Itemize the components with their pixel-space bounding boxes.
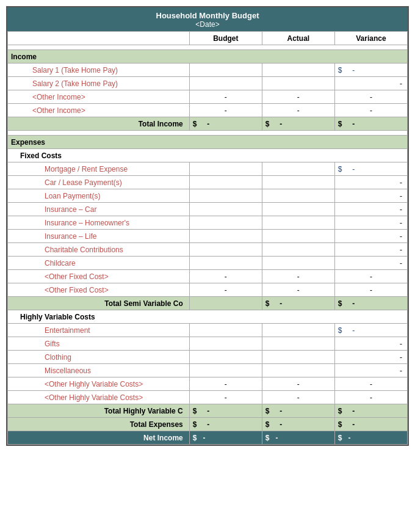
salary2-label: Salary 2 (Take Home Pay): [8, 77, 190, 90]
other-income1-actual[interactable]: -: [262, 90, 334, 104]
other-fixed2-budget[interactable]: -: [189, 283, 262, 297]
table-row: <Other Income> - - -: [8, 90, 408, 104]
net-income-label: Net Income: [8, 431, 190, 445]
other-var1-budget[interactable]: -: [189, 377, 262, 391]
col-header-actual: Actual: [262, 32, 334, 45]
net-income-row: Net Income $ - $ - $ -: [8, 431, 408, 445]
clothing-label: Clothing: [8, 351, 190, 364]
salary2-variance[interactable]: -: [334, 77, 407, 90]
total-income-label: Total Income: [8, 117, 190, 131]
other-fixed1-budget[interactable]: -: [189, 270, 262, 283]
insurance-home-label: Insurance – Homeowner's: [8, 216, 190, 230]
spreadsheet-title: Household Monthly Budget: [7, 11, 408, 20]
spreadsheet-container: Household Monthly Budget <Date> Budget A…: [6, 6, 409, 446]
other-var2-variance[interactable]: -: [334, 391, 407, 404]
car-variance[interactable]: -: [334, 176, 407, 189]
total-var-variance: $ -: [334, 404, 407, 418]
clothing-variance[interactable]: -: [334, 351, 407, 364]
childcare-label: Childcare: [8, 257, 190, 270]
other-income2-label: <Other Income>: [8, 104, 190, 117]
total-income-actual: $ -: [262, 117, 334, 131]
insurance-car-variance[interactable]: -: [334, 203, 407, 216]
col-header-budget: Budget: [189, 32, 262, 45]
net-income-budget: $ -: [189, 431, 262, 445]
misc-label: Miscellaneous: [8, 364, 190, 377]
other-var2-actual[interactable]: -: [262, 391, 334, 404]
loan-variance[interactable]: -: [334, 189, 407, 203]
car-label: Car / Lease Payment(s): [8, 176, 190, 189]
other-fixed1-actual[interactable]: -: [262, 270, 334, 283]
other-fixed1-label: <Other Fixed Cost>: [8, 270, 190, 283]
salary1-variance[interactable]: $ -: [334, 64, 407, 77]
charitable-label: Charitable Contributions: [8, 243, 190, 257]
other-fixed1-variance[interactable]: -: [334, 270, 407, 283]
total-income-variance: $ -: [334, 117, 407, 131]
total-expenses-actual: $ -: [262, 418, 334, 431]
other-var2-label: <Other Highly Variable Costs>: [8, 391, 190, 404]
total-var-budget: $ -: [189, 404, 262, 418]
total-semi-variable-row: Total Semi Variable Co $ - $ -: [8, 297, 408, 310]
salary1-budget[interactable]: [189, 64, 262, 77]
total-highly-variable-row: Total Highly Variable C $ - $ - $ -: [8, 404, 408, 418]
loan-label: Loan Payment(s): [8, 189, 190, 203]
misc-variance[interactable]: -: [334, 364, 407, 377]
table-row: <Other Highly Variable Costs> - - -: [8, 391, 408, 404]
other-var2-budget[interactable]: -: [189, 391, 262, 404]
table-row: Childcare -: [8, 257, 408, 270]
other-fixed2-variance[interactable]: -: [334, 283, 407, 297]
charitable-variance[interactable]: -: [334, 243, 407, 257]
gifts-variance[interactable]: -: [334, 337, 407, 351]
salary1-actual[interactable]: [262, 64, 334, 77]
mortgage-label: Mortgage / Rent Expense: [8, 162, 190, 176]
table-row: Salary 2 (Take Home Pay) -: [8, 77, 408, 90]
other-income2-variance[interactable]: -: [334, 104, 407, 117]
total-semi-variance: $ -: [334, 297, 407, 310]
entertainment-variance[interactable]: $ -: [334, 324, 407, 337]
entertainment-label: Entertainment: [8, 324, 190, 337]
total-expenses-label: Total Expenses: [8, 418, 190, 431]
table-row: <Other Fixed Cost> - - -: [8, 270, 408, 283]
other-var1-variance[interactable]: -: [334, 377, 407, 391]
salary1-label: Salary 1 (Take Home Pay): [8, 64, 190, 77]
table-row: Insurance – Car -: [8, 203, 408, 216]
table-row: Insurance – Life -: [8, 230, 408, 243]
total-var-actual: $ -: [262, 404, 334, 418]
table-row: Gifts -: [8, 337, 408, 351]
net-income-actual: $ -: [262, 431, 334, 445]
table-row: Charitable Contributions -: [8, 243, 408, 257]
other-income1-variance[interactable]: -: [334, 90, 407, 104]
table-row: Entertainment $ -: [8, 324, 408, 337]
other-income2-actual[interactable]: -: [262, 104, 334, 117]
other-income1-label: <Other Income>: [8, 90, 190, 104]
col-header-label: [8, 32, 190, 45]
other-fixed2-label: <Other Fixed Cost>: [8, 283, 190, 297]
table-row: Miscellaneous -: [8, 364, 408, 377]
total-semi-variable-label: Total Semi Variable Co: [8, 297, 190, 310]
table-row: <Other Highly Variable Costs> - - -: [8, 377, 408, 391]
total-income-budget: $ -: [189, 117, 262, 131]
other-var1-label: <Other Highly Variable Costs>: [8, 377, 190, 391]
childcare-variance[interactable]: -: [334, 257, 407, 270]
total-income-row: Total Income $ - $ - $ -: [8, 117, 408, 131]
table-row: <Other Income> - - -: [8, 104, 408, 117]
table-row: Clothing -: [8, 351, 408, 364]
insurance-car-label: Insurance – Car: [8, 203, 190, 216]
other-income1-budget[interactable]: -: [189, 90, 262, 104]
insurance-life-variance[interactable]: -: [334, 230, 407, 243]
table-row: Car / Lease Payment(s) -: [8, 176, 408, 189]
other-income2-budget[interactable]: -: [189, 104, 262, 117]
expenses-section-header: Expenses: [8, 136, 408, 149]
col-header-variance: Variance: [334, 32, 407, 45]
insurance-home-variance[interactable]: -: [334, 216, 407, 230]
highly-variable-header: Highly Variable Costs: [8, 310, 408, 324]
other-var1-actual[interactable]: -: [262, 377, 334, 391]
other-fixed2-actual[interactable]: -: [262, 283, 334, 297]
total-expenses-variance: $ -: [334, 418, 407, 431]
fixed-costs-header: Fixed Costs: [8, 149, 408, 162]
mortgage-variance[interactable]: $ -: [334, 162, 407, 176]
total-expenses-budget: $ -: [189, 418, 262, 431]
spreadsheet-subtitle: <Date>: [7, 20, 408, 29]
table-row: <Other Fixed Cost> - - -: [8, 283, 408, 297]
total-expenses-row: Total Expenses $ - $ - $ -: [8, 418, 408, 431]
income-section-header: Income: [8, 50, 408, 64]
